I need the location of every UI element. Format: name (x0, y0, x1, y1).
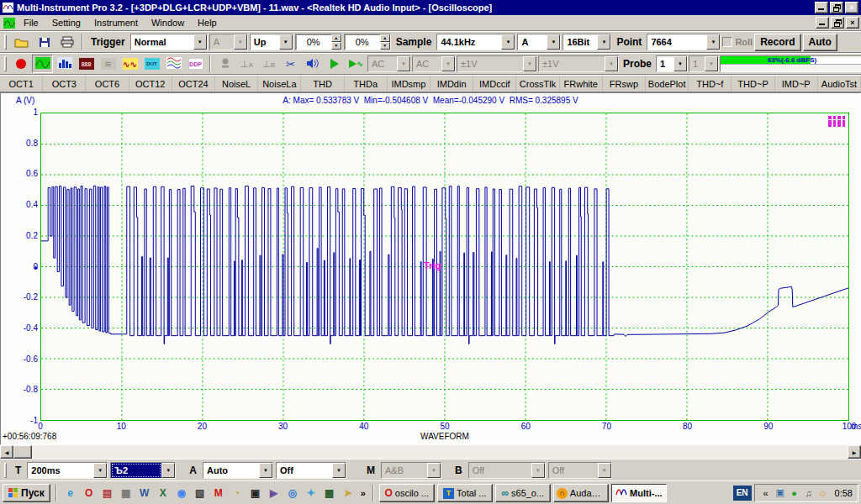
play-loop-button[interactable]: ∿ (346, 55, 367, 73)
dropdown-arrow-icon[interactable]: ▼ (161, 463, 175, 478)
menu-setting[interactable]: Setting (45, 16, 87, 29)
restore-button[interactable] (830, 2, 843, 13)
taskbar-window-audacity[interactable]: ∩Audacity (553, 484, 609, 502)
scroll-right-icon[interactable]: ▶ (848, 445, 861, 459)
channel-a-extra-select[interactable]: Off▼ (276, 462, 346, 479)
record-button[interactable]: Record (754, 34, 800, 51)
menu-window[interactable]: Window (145, 16, 191, 29)
signal-generator-button[interactable]: ∿∿ (119, 55, 140, 73)
minimize-button[interactable] (815, 2, 828, 13)
marker-a-button[interactable]: ⊥A (236, 55, 257, 73)
spin-down-icon[interactable]: ▼ (331, 42, 341, 50)
auto-button[interactable]: Auto (803, 34, 837, 51)
dropdown-arrow-icon[interactable]: ▼ (259, 463, 272, 478)
scrollbar-track[interactable] (32, 445, 848, 459)
panel-tab-oct3[interactable]: OCT3 (43, 76, 86, 92)
oscilloscope-button[interactable] (32, 55, 53, 73)
internet-explorer-icon[interactable]: e (62, 485, 79, 501)
toolbar-grip[interactable] (4, 34, 7, 50)
record-button[interactable] (10, 55, 31, 73)
dropdown-arrow-icon[interactable]: ▼ (332, 463, 346, 478)
volume-icon[interactable]: ♫ (803, 486, 815, 500)
panel-tab-imdsmp[interactable]: IMDsmp (388, 76, 430, 92)
dropdown-arrow-icon[interactable]: ▼ (673, 56, 687, 71)
scrollbar-thumb[interactable] (13, 445, 32, 459)
panel-tab-imddin[interactable]: IMDdin (430, 76, 473, 92)
cut-button[interactable]: ✂ (280, 55, 301, 73)
timebase-multiplier-combo[interactable]: Ъ2▼ (110, 462, 176, 479)
trigger-delay-spinner[interactable]: 0%▲▼ (344, 34, 391, 50)
panel-tab-noisela[interactable]: NoiseLa (258, 76, 301, 92)
spin-up-icon[interactable]: ▲ (331, 34, 341, 42)
spin-up-icon[interactable]: ▲ (380, 34, 390, 42)
dropdown-arrow-icon[interactable]: ▼ (501, 34, 515, 50)
panel-tab-thdp[interactable]: THD~P (732, 76, 774, 92)
trigger-level-marker[interactable]: ▲ (33, 264, 39, 270)
word-icon[interactable]: W (136, 485, 153, 501)
print-button[interactable] (56, 33, 77, 51)
play-button[interactable] (324, 55, 345, 73)
panel-tab-noisel[interactable]: NoiseL (215, 76, 258, 92)
dropdown-arrow-icon[interactable]: ▼ (93, 463, 107, 478)
network-icon[interactable]: ▣ (774, 486, 786, 500)
language-indicator[interactable]: EN (733, 486, 752, 501)
spin-down-icon[interactable]: ▼ (380, 42, 390, 50)
timebase-select[interactable]: 200ms▼ (27, 462, 108, 479)
marker-b-button[interactable]: ⊥B (258, 55, 279, 73)
floppy-icon[interactable]: ▤ (99, 485, 116, 501)
menu-help[interactable]: Help (191, 16, 224, 29)
panel-tab-oct12[interactable]: OCT12 (129, 76, 172, 92)
panel-tab-oct1[interactable]: OCT1 (0, 76, 43, 92)
dropdown-arrow-icon[interactable]: ▼ (597, 34, 610, 50)
messenger-icon[interactable]: ✦ (303, 485, 320, 501)
game-icon[interactable]: ▩ (321, 485, 338, 501)
dropdown-arrow-icon[interactable]: ▼ (706, 34, 720, 50)
menu-file[interactable]: File (17, 16, 45, 29)
close-button[interactable]: × (845, 2, 858, 13)
probe-a-select[interactable]: 1▼ (656, 55, 688, 72)
taskbar-window-arduino[interactable]: ∞s65_o... (495, 484, 551, 502)
spectrum-analyzer-button[interactable] (54, 55, 75, 73)
excel-icon[interactable]: X (155, 485, 172, 501)
calculator-icon[interactable]: ▦ (118, 485, 135, 501)
globe-icon[interactable]: ◎ (284, 485, 301, 501)
panel-tab-imdccif[interactable]: IMDccif (473, 76, 516, 92)
maxthon-icon[interactable]: M (210, 485, 227, 501)
panel-tab-frswp[interactable]: FRswp (603, 76, 646, 92)
panel-tab-oct24[interactable]: OCT24 (172, 76, 215, 92)
trigger-level-spinner[interactable]: 0%▲▼ (295, 34, 342, 50)
hidden-icons-chevron[interactable]: « (760, 486, 772, 500)
player-tray-icon[interactable]: ● (789, 486, 800, 500)
sample-bits-select[interactable]: 16Bit▼ (563, 34, 611, 50)
multimeter-button[interactable]: 888 (76, 55, 97, 73)
media-player-icon[interactable]: ▶ (266, 485, 283, 501)
panel-tab-bodeplot[interactable]: BodePlot (646, 76, 689, 92)
save-file-button[interactable] (34, 33, 55, 51)
waveform-plot[interactable]: Trig (40, 113, 849, 421)
dropdown-arrow-icon[interactable]: ▼ (279, 34, 293, 50)
child-minimize-button[interactable] (816, 17, 829, 29)
toolbar-grip[interactable] (4, 463, 7, 478)
menu-instrument[interactable]: Instrument (87, 16, 145, 29)
taskbar-window-total-commander[interactable]: TTotal ... (437, 484, 493, 502)
sample-rate-select[interactable]: 44.1kHz▼ (436, 34, 515, 50)
key-icon[interactable]: ➤ (340, 485, 357, 501)
multi-display-button[interactable] (163, 55, 184, 73)
monitor-icon[interactable]: ▣ (247, 485, 264, 501)
chrome-icon[interactable]: ◉ (173, 485, 190, 501)
toolbar-grip[interactable] (4, 56, 7, 71)
clock-widget-icon[interactable]: ◔ (229, 485, 246, 501)
open-file-button[interactable] (11, 33, 32, 51)
console-icon[interactable]: ▧ (192, 485, 209, 501)
panel-tab-thda[interactable]: THDa (345, 76, 388, 92)
device-test-plan-button[interactable]: DUT (141, 55, 162, 73)
panel-tab-thd[interactable]: THD (301, 76, 344, 92)
opera-icon[interactable]: O (81, 485, 98, 501)
point-select[interactable]: 7664▼ (647, 34, 721, 50)
scroll-left-icon[interactable]: ◀ (0, 445, 13, 459)
channel-a-mode-select[interactable]: Auto▼ (203, 462, 273, 479)
panel-tab-thdf[interactable]: THD~f (689, 76, 732, 92)
child-restore-button[interactable] (831, 17, 844, 29)
panel-tab-audiotst[interactable]: AudioTst (818, 76, 861, 92)
taskbar-window-multi-instrument[interactable]: Multi-... (611, 484, 667, 502)
